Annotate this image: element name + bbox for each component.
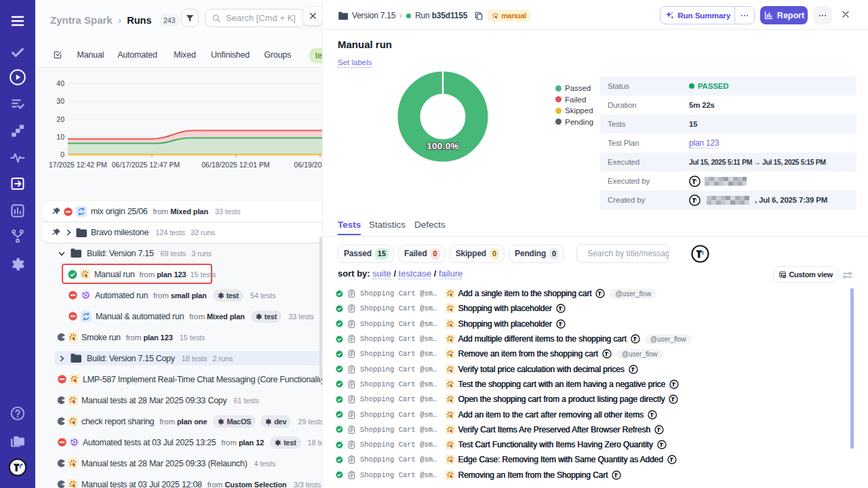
svg-text:17/2025 12:42 PM: 17/2025 12:42 PM	[49, 161, 107, 169]
svg-text:20: 20	[56, 115, 64, 123]
svg-text:100.0%: 100.0%	[427, 141, 459, 151]
svg-text:30: 30	[56, 97, 64, 105]
svg-text:06/19/2025 12:0: 06/19/2025 12:0	[294, 161, 322, 169]
svg-text:0: 0	[60, 150, 64, 159]
svg-text:40: 40	[56, 79, 64, 87]
svg-text:06/17/2025 12:47 PM: 06/17/2025 12:47 PM	[112, 161, 180, 169]
svg-text:10: 10	[56, 133, 64, 141]
svg-text:06/18/2025 12:01 PM: 06/18/2025 12:01 PM	[201, 161, 269, 169]
